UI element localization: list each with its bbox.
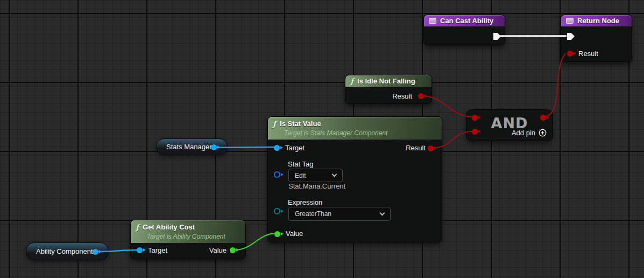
stat-tag-dropdown[interactable]: Edit xyxy=(288,169,343,182)
node-title: Is Stat Value xyxy=(280,120,321,128)
node-title: Is Idle Not Falling xyxy=(357,77,415,85)
chevron-down-icon xyxy=(380,210,385,216)
node-subtitle: Target is Stats Manager Component xyxy=(284,129,437,137)
target-input-pin[interactable] xyxy=(274,145,280,151)
object-output-pin[interactable] xyxy=(93,249,98,255)
result-output-pin[interactable] xyxy=(428,145,434,151)
value-output-pin[interactable] xyxy=(230,247,236,253)
function-icon: ƒ xyxy=(136,224,139,231)
result-input-pin[interactable] xyxy=(567,51,573,57)
field-label-stat-tag: Stat Tag xyxy=(288,160,313,169)
node-header[interactable]: ƒ Is Stat Value Target is Stats Manager … xyxy=(268,117,442,140)
node-get-ability-cost[interactable]: ƒ Get Ability Cost Target is Ability Com… xyxy=(130,220,246,259)
target-input-pin[interactable] xyxy=(137,247,143,253)
function-icon: ƒ xyxy=(350,78,353,85)
stat-tag-selected-value: Stat.Mana.Current xyxy=(288,182,345,191)
expression-dropdown[interactable]: GreaterThan xyxy=(288,207,391,221)
node-title: Get Ability Cost xyxy=(143,223,195,231)
event-node-icon xyxy=(429,18,436,24)
exec-input-pin[interactable] xyxy=(567,33,575,40)
pin-label-result: Result xyxy=(578,50,598,58)
node-header[interactable]: Return Node xyxy=(561,15,632,26)
add-pin-label: Add pin xyxy=(512,129,535,137)
event-node-icon xyxy=(566,18,574,24)
stat-tag-input-pin[interactable] xyxy=(274,171,280,178)
node-can-cast-ability[interactable]: Can Cast Ability xyxy=(423,15,505,45)
exec-output-pin[interactable] xyxy=(493,33,501,40)
expression-input-pin[interactable] xyxy=(274,208,280,214)
function-icon: ƒ xyxy=(273,120,276,128)
node-header[interactable]: Can Cast Ability xyxy=(424,15,505,26)
pin-label-target: Target xyxy=(285,144,305,152)
variable-label: Stats Manager xyxy=(166,143,212,151)
node-and-gate[interactable]: AND Add pin xyxy=(466,109,553,141)
variable-node-ability-component[interactable]: Ability Component xyxy=(26,242,109,260)
variable-label: Ability Component xyxy=(36,247,93,255)
node-title: Return Node xyxy=(577,17,619,25)
expression-dropdown-value: GreaterThan xyxy=(295,210,331,218)
variable-node-stats-manager[interactable]: Stats Manager xyxy=(156,138,228,155)
pin-label-value: Value xyxy=(286,230,303,238)
pin-label-value: Value xyxy=(209,246,227,255)
result-output-pin[interactable] xyxy=(418,93,424,99)
add-pin-button[interactable]: Add pin xyxy=(512,129,547,137)
node-is-idle-not-falling[interactable]: ƒ Is Idle Not Falling Result xyxy=(345,75,432,104)
stat-tag-dropdown-value: Edit xyxy=(295,172,306,179)
node-is-stat-value[interactable]: ƒ Is Stat Value Target is Stats Manager … xyxy=(267,116,442,242)
blueprint-graph-canvas[interactable]: Can Cast Ability Return Node Result ƒ Is… xyxy=(0,0,644,278)
node-return-node[interactable]: Return Node Result xyxy=(561,15,632,62)
bool-output-pin[interactable] xyxy=(540,115,546,121)
object-output-pin[interactable] xyxy=(211,144,217,150)
node-header[interactable]: ƒ Is Idle Not Falling xyxy=(345,75,431,87)
bool-input-pin-2[interactable] xyxy=(472,129,478,135)
chevron-down-icon xyxy=(332,172,337,177)
wire-and-to-result xyxy=(545,53,565,116)
pin-label-result: Result xyxy=(392,92,412,101)
bool-input-pin-1[interactable] xyxy=(472,115,478,121)
pin-label-result: Result xyxy=(406,144,426,152)
node-header[interactable]: ƒ Get Ability Cost Target is Ability Com… xyxy=(131,220,245,243)
pin-label-target: Target xyxy=(148,246,167,255)
plus-circle-icon xyxy=(539,129,547,137)
node-title: Can Cast Ability xyxy=(440,17,493,25)
field-label-expression: Expression xyxy=(288,198,322,207)
node-subtitle: Target is Ability Component xyxy=(147,233,240,240)
value-input-pin[interactable] xyxy=(274,231,280,237)
